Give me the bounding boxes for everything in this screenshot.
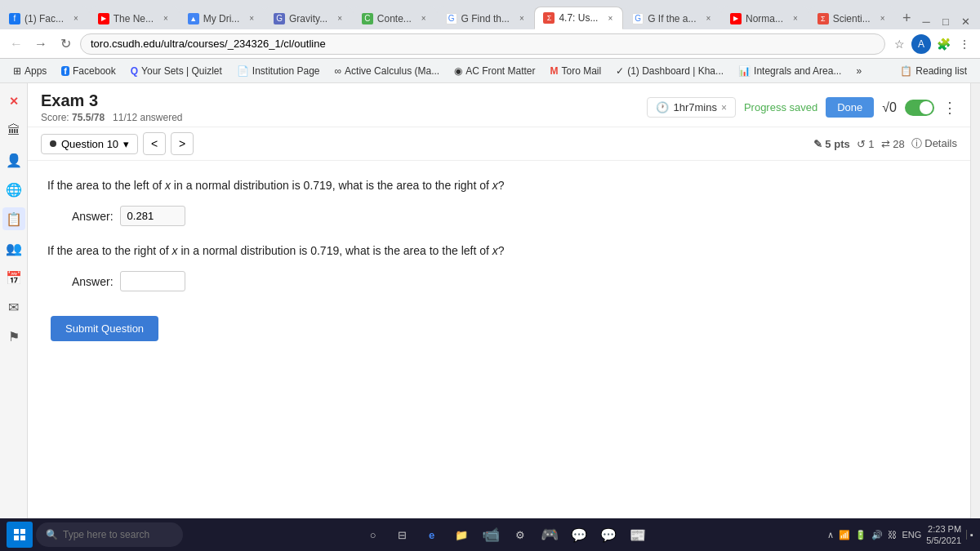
scroll-area[interactable] bbox=[970, 83, 980, 551]
back-button[interactable]: ← bbox=[7, 34, 26, 54]
tab-favicon-the: ▶ bbox=[98, 13, 109, 24]
submit-question-button[interactable]: Submit Question bbox=[51, 316, 158, 341]
acfrontmatter-icon: ◉ bbox=[454, 65, 462, 77]
exam-meta: Score: 75.5/78 11/12 answered bbox=[41, 112, 183, 123]
address-input[interactable] bbox=[80, 33, 885, 55]
mail-icon-button[interactable]: ✉ bbox=[2, 295, 25, 318]
tab-close-the[interactable]: × bbox=[161, 13, 171, 24]
bookmark-apps[interactable]: ⊞ Apps bbox=[7, 63, 53, 79]
tab-find[interactable]: G G Find th... × bbox=[437, 7, 535, 29]
taskbar-steam[interactable]: ⚙ bbox=[507, 522, 533, 548]
profile-icon[interactable]: A bbox=[911, 34, 931, 54]
tab-close-norma[interactable]: × bbox=[791, 13, 800, 24]
taskbar-cortana[interactable]: ○ bbox=[360, 522, 386, 548]
group-icon-button[interactable]: 👥 bbox=[2, 237, 25, 260]
reading-list-label: Reading list bbox=[915, 65, 967, 77]
toromail-icon: M bbox=[550, 65, 559, 77]
bookmark-activecalc-label: Active Calculus (Ma... bbox=[345, 65, 439, 77]
done-button[interactable]: Done bbox=[826, 97, 874, 118]
time-display[interactable]: 2:23 PM 5/5/2021 bbox=[926, 523, 961, 547]
tab-close-grav[interactable]: × bbox=[335, 13, 345, 24]
taskbar-wifi-icon[interactable]: 📶 bbox=[839, 530, 850, 540]
document-icon-button[interactable]: 📋 bbox=[2, 207, 25, 230]
tab-the[interactable]: ▶ The Ne... × bbox=[89, 7, 179, 29]
tab-grav[interactable]: G Gravity... × bbox=[265, 7, 353, 29]
start-button[interactable] bbox=[7, 522, 33, 548]
taskbar-search[interactable]: 🔍 bbox=[36, 522, 183, 547]
more-options-button[interactable]: ⋮ bbox=[942, 99, 957, 117]
tab-favicon-mydr: ▲ bbox=[188, 13, 199, 24]
reading-list-button[interactable]: 📋 Reading list bbox=[893, 63, 973, 79]
bookmark-quizlet[interactable]: Q Your Sets | Quizlet bbox=[124, 63, 229, 79]
taskbar-app2[interactable]: 📰 bbox=[625, 522, 651, 548]
bookmark-integrals[interactable]: 📊 Integrals and Area... bbox=[732, 63, 848, 79]
progress-saved-text: Progress saved bbox=[744, 101, 817, 113]
more-options-icon[interactable]: ⋮ bbox=[956, 35, 973, 53]
toggle-switch[interactable] bbox=[905, 100, 934, 116]
new-tab-button[interactable]: + bbox=[895, 7, 918, 29]
tab-close-47us[interactable]: × bbox=[605, 13, 615, 24]
question-selector[interactable]: Question 10 ▾ bbox=[41, 134, 138, 154]
tab-label-ifthe: G If the a... bbox=[648, 13, 696, 24]
taskbar-speaker-icon[interactable]: 🔊 bbox=[871, 530, 883, 540]
institution-icon-button[interactable]: 🏛 bbox=[2, 119, 25, 142]
close-sidebar-button[interactable]: ✕ bbox=[2, 90, 25, 113]
maximize-button[interactable]: □ bbox=[938, 13, 954, 29]
extension-icon[interactable]: 🧩 bbox=[934, 35, 952, 53]
bookmark-facebook[interactable]: f Facebook bbox=[55, 63, 122, 79]
flag-icon-button[interactable]: ⚑ bbox=[2, 325, 25, 348]
tab-mydr[interactable]: ▲ My Dri... × bbox=[179, 7, 265, 29]
prev-question-button[interactable]: < bbox=[143, 132, 166, 155]
bookmark-acfrontmatter[interactable]: ◉ AC Front Matter bbox=[448, 63, 541, 79]
globe-icon-button[interactable]: 🌐 bbox=[2, 178, 25, 201]
tab-close-scient[interactable]: × bbox=[878, 13, 888, 24]
answer1-input[interactable] bbox=[120, 206, 185, 226]
tab-close-mydr[interactable]: × bbox=[247, 13, 256, 24]
taskbar-messenger[interactable]: 💬 bbox=[595, 522, 621, 548]
bookmark-dashboard[interactable]: ✓ (1) Dashboard | Kha... bbox=[609, 63, 730, 79]
flag-button[interactable]: ⇄ 28 bbox=[881, 138, 905, 150]
taskbar-zoom[interactable]: 📹 bbox=[478, 522, 504, 548]
question-dot bbox=[50, 140, 56, 147]
forward-button[interactable]: → bbox=[31, 34, 51, 54]
taskbar-file[interactable]: 📁 bbox=[448, 522, 474, 548]
timer-close-button[interactable]: × bbox=[721, 102, 727, 113]
taskbar-search-input[interactable] bbox=[63, 529, 173, 540]
taskbar-browser[interactable]: e bbox=[419, 522, 445, 548]
minimize-button[interactable]: ─ bbox=[918, 13, 934, 29]
tab-close-ifthe[interactable]: × bbox=[704, 13, 714, 24]
taskbar-app1[interactable]: 🎮 bbox=[537, 522, 563, 548]
tab-ifthe[interactable]: G G If the a... × bbox=[623, 7, 721, 29]
bookmark-institution[interactable]: 📄 Institution Page bbox=[230, 63, 327, 79]
details-link[interactable]: ⓘ Details bbox=[911, 136, 957, 151]
calendar-icon-button[interactable]: 📅 bbox=[2, 266, 25, 289]
close-window-button[interactable]: ✕ bbox=[957, 13, 973, 29]
tab-fac[interactable]: f (1) Fac... × bbox=[0, 7, 89, 29]
svg-rect-3 bbox=[20, 535, 25, 540]
tab-47us[interactable]: Σ 4.7: Us... × bbox=[534, 7, 623, 29]
tab-close-find[interactable]: × bbox=[517, 13, 527, 24]
taskbar-view[interactable]: ⊟ bbox=[390, 522, 416, 548]
undo-button[interactable]: ↺ 1 bbox=[857, 138, 875, 150]
bookmark-more[interactable]: » bbox=[849, 63, 868, 79]
tab-scient[interactable]: Σ Scienti... × bbox=[808, 7, 896, 29]
question-nav-right: ✎ 5 pts ↺ 1 ⇄ 28 ⓘ Details bbox=[813, 136, 957, 151]
taskbar-chevron-icon[interactable]: ∧ bbox=[827, 530, 834, 540]
next-question-button[interactable]: > bbox=[171, 132, 194, 155]
taskbar-show-desktop[interactable]: ▪ bbox=[966, 530, 973, 540]
tab-close-fac[interactable]: × bbox=[71, 13, 81, 24]
user-icon-button[interactable]: 👤 bbox=[2, 149, 25, 171]
tab-close-cont[interactable]: × bbox=[419, 13, 429, 24]
tab-cont[interactable]: C Conte... × bbox=[353, 7, 437, 29]
taskbar-discord[interactable]: 💬 bbox=[566, 522, 592, 548]
reload-button[interactable]: ↻ bbox=[56, 34, 75, 54]
tab-norma[interactable]: ▶ Norma... × bbox=[721, 7, 808, 29]
answer2-input[interactable] bbox=[120, 271, 185, 291]
tab-label-find: G Find th... bbox=[461, 13, 510, 24]
question-content: If the area to the left of x in a normal… bbox=[28, 161, 970, 551]
bookmark-toromail[interactable]: M Toro Mail bbox=[544, 63, 608, 79]
tab-favicon-47us: Σ bbox=[543, 12, 555, 24]
bookmark-activecalc[interactable]: ∞ Active Calculus (Ma... bbox=[328, 63, 447, 79]
bookmark-star-icon[interactable]: ☆ bbox=[890, 35, 908, 53]
taskbar-time: 2:23 PM bbox=[926, 523, 961, 535]
